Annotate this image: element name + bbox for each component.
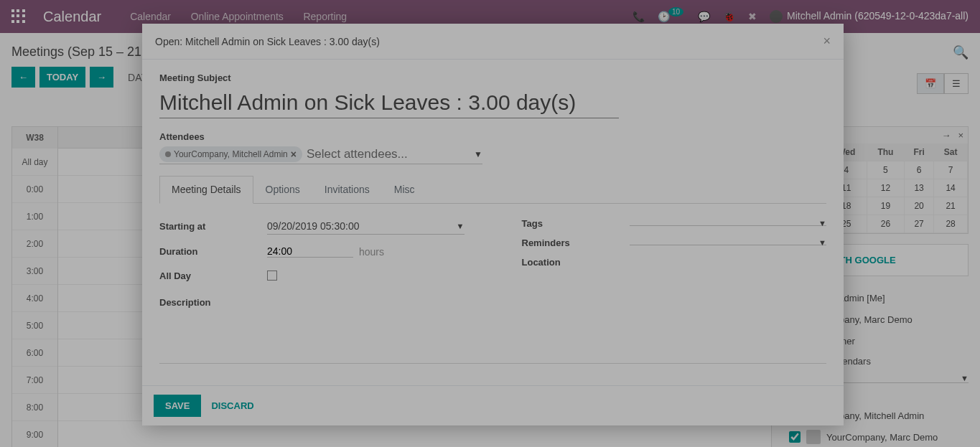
modal-overlay[interactable] [0, 0, 980, 447]
